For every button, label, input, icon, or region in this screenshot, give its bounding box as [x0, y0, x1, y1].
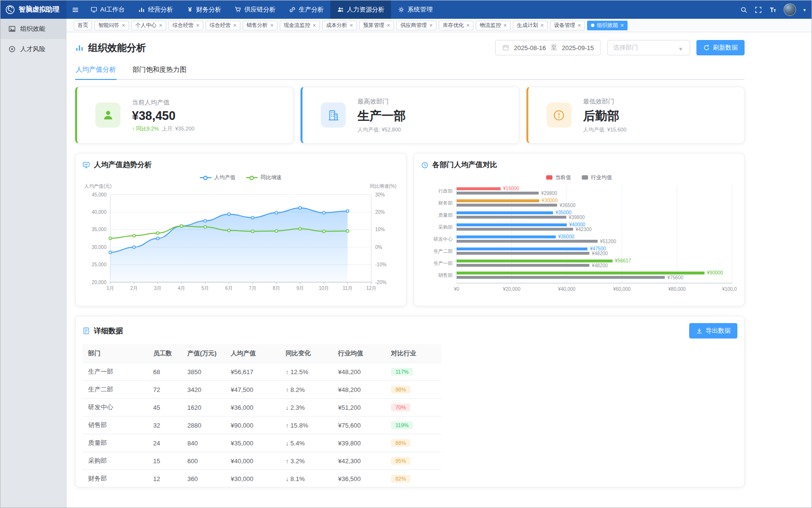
close-icon[interactable]: ×: [577, 23, 581, 28]
close-icon[interactable]: ×: [503, 23, 507, 28]
app-title: 智脑虚拟助理: [19, 5, 59, 14]
open-tabs-bar: 首页智能问答×个人中心×综合经营×综合经营×销售分析×现金流监控×成本分析×预算…: [66, 19, 812, 32]
tab-chip[interactable]: 现金流监控×: [280, 21, 320, 30]
stat-label: 最高效部门: [357, 97, 406, 106]
search-icon[interactable]: [740, 6, 747, 13]
cell-dept: 生产一部: [82, 363, 147, 381]
nav-item-0[interactable]: AI工作台: [84, 0, 131, 19]
legend-item[interactable]: 人均产值: [200, 174, 236, 181]
tab-chip[interactable]: 物流监控×: [476, 21, 511, 30]
nav-item-4[interactable]: 生产分析: [282, 0, 330, 19]
close-icon[interactable]: ×: [429, 23, 432, 28]
table-row[interactable]: 质量部24840¥35,000↓ 5.4%¥39,80088%: [82, 434, 441, 452]
close-icon[interactable]: ×: [159, 23, 162, 28]
cell-ratio: 95%: [385, 452, 441, 470]
close-icon[interactable]: ×: [196, 23, 199, 28]
tab-chip[interactable]: 智能问答×: [94, 21, 129, 30]
svg-text:¥42300: ¥42300: [575, 227, 591, 232]
stat-value: 后勤部: [583, 108, 627, 124]
tab-chip[interactable]: 首页: [74, 21, 92, 30]
svg-text:8月: 8月: [273, 286, 280, 291]
view-tab-0[interactable]: 人均产值分析: [75, 61, 117, 79]
tab-chip[interactable]: 销售分析×: [243, 21, 277, 30]
tab-chip[interactable]: 组织效能×: [587, 21, 628, 30]
legend-item[interactable]: 当前值: [546, 174, 571, 181]
table-row[interactable]: 财务部12360¥30,000↓ 8.1%¥36,50082%: [82, 470, 441, 488]
font-size-icon[interactable]: [769, 6, 776, 13]
date-range-picker[interactable]: 2025-08-16 至 2025-09-15: [495, 40, 601, 55]
date-end[interactable]: 2025-09-15: [562, 44, 594, 52]
close-icon[interactable]: ×: [350, 23, 353, 28]
tab-chip[interactable]: 预算管理×: [359, 21, 394, 30]
column-header: 对比行业: [385, 344, 441, 363]
close-icon[interactable]: ×: [233, 23, 236, 28]
view-tabs: 人均产值分析部门饱和度热力图: [75, 61, 745, 80]
svg-text:¥16000: ¥16000: [502, 186, 519, 191]
nav-item-3[interactable]: 供应链分析: [228, 0, 282, 19]
avatar[interactable]: [784, 3, 796, 16]
sidebar-item-0[interactable]: 组织效能: [0, 19, 66, 39]
refresh-button[interactable]: 刷新数据: [696, 40, 745, 55]
svg-text:财务部: 财务部: [438, 200, 453, 206]
tab-chip[interactable]: 供应商管理×: [396, 21, 436, 30]
trend-chart-card: 人均产值趋势分析 人均产值同比增速 45,00030%40,00020%35,0…: [75, 153, 406, 306]
yen-icon: ¥: [186, 6, 193, 13]
page-header: 组织效能分析 2025-08-16 至 2025-09-15 选择部门 ▾: [75, 37, 745, 58]
table-row[interactable]: 销售部322880¥90,000↑ 15.8%¥75,600119%: [82, 417, 441, 434]
tab-chip[interactable]: 个人中心×: [131, 21, 166, 30]
cell-employees: 68: [147, 363, 182, 381]
tab-chip[interactable]: 综合经营×: [206, 21, 240, 30]
top-nav: AI工作台经营分析¥财务分析供应链分析生产分析人力资源分析系统管理: [84, 0, 740, 19]
svg-text:10%: 10%: [375, 227, 385, 232]
refresh-icon: [703, 44, 710, 51]
table-row[interactable]: 生产一部683850¥56,617↑ 12.5%¥48,200117%: [82, 363, 441, 381]
date-start[interactable]: 2025-08-16: [514, 44, 546, 52]
export-button[interactable]: 导出数据: [689, 323, 737, 339]
table-row[interactable]: 研发中心451620¥36,000↓ 2.3%¥51,20070%: [82, 399, 441, 417]
sidebar-item-1[interactable]: 人才风险: [0, 39, 66, 59]
legend-item[interactable]: 行业均值: [582, 174, 612, 181]
dept-chart-card: 各部门人均产值对比 当前值行业均值 ¥0¥20,000¥40,000¥60,00…: [414, 153, 745, 306]
cell-employees: 15: [147, 452, 182, 470]
tab-chip[interactable]: 库存优化×: [439, 21, 473, 30]
cell-industry: ¥39,800: [332, 434, 385, 452]
stat-sub: ↑ 同比9.2%上月: ¥35,200: [132, 125, 195, 132]
close-icon[interactable]: ×: [620, 23, 624, 28]
dept-chart-legend: 当前值行业均值: [421, 174, 738, 181]
close-icon[interactable]: ×: [270, 23, 274, 28]
stat-value: 生产一部: [357, 108, 406, 124]
svg-text:¥48200: ¥48200: [591, 251, 608, 256]
link-icon: [289, 6, 296, 13]
nav-item-2[interactable]: ¥财务分析: [180, 0, 228, 19]
table-row[interactable]: 生产二部723420¥47,500↑ 8.2%¥48,20098%: [82, 381, 441, 399]
view-tab-1[interactable]: 部门饱和度热力图: [132, 61, 187, 79]
tab-chip[interactable]: 成本分析×: [322, 21, 357, 30]
fullscreen-icon[interactable]: [755, 6, 762, 13]
trend-chart-title: 人均产值趋势分析: [82, 160, 399, 169]
cell-output: 600: [182, 452, 225, 470]
topbar-actions: ▾: [740, 0, 812, 19]
close-icon[interactable]: ×: [313, 23, 316, 28]
cart-icon: [235, 6, 241, 13]
clock-icon: [421, 161, 429, 169]
cell-output: 2880: [182, 417, 225, 434]
close-icon[interactable]: ×: [387, 23, 390, 28]
close-icon[interactable]: ×: [540, 23, 544, 28]
cell-industry: ¥51,200: [332, 399, 385, 417]
department-select[interactable]: 选择部门 ▾: [607, 40, 690, 55]
table-row[interactable]: 采购部15600¥40,000↑ 3.2%¥42,30095%: [82, 452, 441, 470]
close-icon[interactable]: ×: [466, 23, 470, 28]
tab-chip[interactable]: 综合经营×: [169, 21, 203, 30]
nav-item-1[interactable]: 经营分析: [131, 0, 180, 19]
nav-item-5[interactable]: 人力资源分析: [330, 0, 391, 19]
tab-chip[interactable]: 生成计划×: [513, 21, 548, 30]
close-icon[interactable]: ×: [122, 23, 125, 28]
chevron-down-icon[interactable]: ▾: [803, 7, 806, 13]
legend-item[interactable]: 同比增速: [246, 174, 282, 181]
stat-cards: 当前人均产值¥38,450↑ 同比9.2%上月: ¥35,200最高效部门生产一…: [75, 87, 745, 143]
cell-ratio: 70%: [385, 399, 441, 417]
menu-toggle-button[interactable]: [66, 0, 84, 19]
nav-item-6[interactable]: 系统管理: [391, 0, 439, 19]
column-header: 人均产值: [225, 344, 280, 363]
tab-chip[interactable]: 设备管理×: [550, 21, 585, 30]
